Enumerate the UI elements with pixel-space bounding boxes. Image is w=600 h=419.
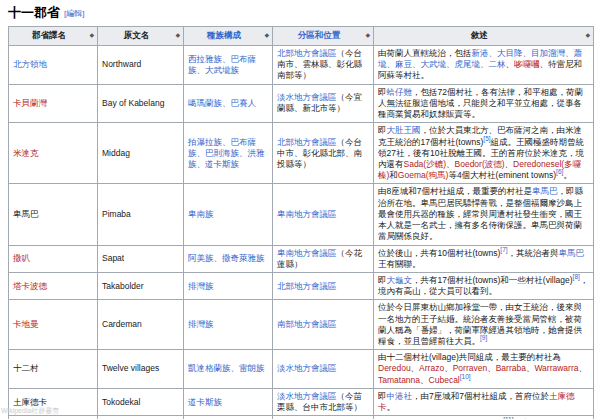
text: 即 [378,275,387,285]
cell-district-location: 北部地方會議區 [273,272,374,299]
text: 由十二個村社(village)共同組成，最主要的村社為 [378,352,561,362]
wiki-link[interactable]: 淡水地方會議區 [277,92,337,102]
cell-description: 由荷蘭人直轄統治，包括新港、大目降、目加溜灣、蕭壠、麻豆、大武壠、虎尾壠、二林、… [374,46,594,85]
wiki-link[interactable]: 道卡斯族 [188,397,222,407]
wiki-redlink[interactable]: 撒叭 [13,253,30,263]
column-header-label: 種族構成 [207,30,241,40]
wiki-redlink[interactable]: 米達克 [13,148,39,158]
wiki-link[interactable]: 大肚王國 [387,125,421,135]
wiki-link[interactable]: 蛤仔難 [387,87,413,97]
text: ，其統治者與 [508,248,559,258]
text: Bay of Kabelang [102,98,164,108]
text: 王有關聯。 [378,259,421,269]
reference-link[interactable]: [10] [460,373,471,380]
cell-description: 即蛤仔難，包括72個村社，各有法律，和平相處，荷蘭人無法征服這個地域，只能與之和… [374,84,594,123]
wiki-redlink[interactable]: Deredou [378,363,411,373]
cell-province-name: 卑馬巴 [9,184,98,245]
reference-link[interactable]: [5] [483,135,490,142]
column-header-3[interactable]: 種族構成◆ [184,27,273,46]
wiki-link[interactable]: 噶瑪蘭族、巴賽人 [188,98,256,108]
wiki-link[interactable]: 卑南族 [188,209,214,219]
table-body: 北方領地Northward西拉雅族、巴布薩族、大武壠族北部地方會議區（今台南市、… [9,46,594,419]
wiki-link[interactable]: 凱達格蘭族、雷朗族 [188,363,265,373]
cell-district-location: 北部地方會議區（今台中市、彰化縣北部、南投縣等） [273,123,374,184]
column-header-2[interactable]: 原文名◆ [98,27,184,46]
wiki-redlink[interactable]: 卡貝蘭灣 [13,98,47,108]
wiki-redlink[interactable]: Goema(狗馬) [398,170,449,180]
sort-icon[interactable]: ◆ [365,32,370,40]
wiki-link[interactable]: 南部地方會議區 [277,319,337,329]
wiki-link[interactable]: 卑馬巴 [559,248,585,258]
edit-link[interactable]: [編輯] [64,9,84,18]
column-header-4[interactable]: 分區和位置◆ [273,27,374,46]
wiki-link[interactable]: 中港社 [387,391,413,401]
text: Northward [102,59,141,69]
wiki-redlink[interactable]: Boedor(波德) [455,159,505,169]
reference-link[interactable]: [9] [480,334,487,341]
wiki-link[interactable]: 北部地方會議區 [277,281,337,291]
wiki-redlink[interactable]: 哆囉嘓 [514,59,540,69]
table-row: 撒叭Sapat阿美族、撒奇萊雅族卑南地方會議區（今花蓮縣）位於後山，共有10個村… [9,245,594,272]
wiki-link[interactable]: 北方領地 [13,59,47,69]
text: 。 [387,402,396,412]
text: Tokodekal [102,397,140,407]
cell-district-location: 淡水地方會議區 [273,350,374,389]
wiki-link[interactable]: 卑馬巴 [532,186,558,196]
wiki-link[interactable]: 淡水地方會議區 [277,391,337,401]
text: 和 [389,170,398,180]
cell-ethnic-composition: 阿美族、撒奇萊雅族 [184,245,273,272]
cell-province-name: 土庫德卡 [9,388,98,415]
wiki-redlink[interactable]: Warrawarra [534,363,578,373]
table-row: 卡地曼Cardeman排灣族南部地方會議區位於今日屏東枋山鄉加祿堂一帶，由女王統… [9,300,594,350]
text: 等4個大村社(eminent towns) [448,170,556,180]
wiki-redlink[interactable]: Cubecal [429,375,460,385]
wiki-link[interactable]: 淡水地方會議區 [277,363,337,373]
cell-original-name: Cardeman [98,300,184,350]
reference-link[interactable]: [8] [573,273,580,280]
reference-link[interactable]: [7] [500,246,507,253]
text: 、 [506,59,515,69]
cell-ethnic-composition: 噶瑪蘭族、巴賽人 [184,84,273,123]
wiki-link[interactable]: 大龜文 [387,275,413,285]
wiki-link[interactable]: 卑南地方會議區 [277,209,337,219]
table-row: 米達克Middag拍瀑拉族、巴布薩族、巴則海族、洪雅族、道卡斯族北部地方會議區（… [9,123,594,184]
text: 、 [578,363,587,373]
column-header-1[interactable]: 郡省譯名◆ [9,27,98,46]
cell-original-name: Sapat [98,245,184,272]
wiki-link[interactable]: 排灣族 [188,319,214,329]
cell-description: 即中港社，由7座城和7個村社組成，首府位於土庫德卡。 [374,388,594,415]
table-row: 十二村Twelve villages凱達格蘭族、雷朗族淡水地方會議區由十二個村社… [9,350,594,389]
sort-icon[interactable]: ◆ [175,32,180,40]
wiki-link[interactable]: 北部地方會議區 [277,137,337,147]
wiki-link[interactable]: 排灣族 [188,281,214,291]
text: 十二村 [13,363,39,373]
text: Cardeman [102,319,142,329]
wiki-redlink[interactable]: Arrazo [419,363,444,373]
cell-original-name: Twelve villages [98,350,184,389]
cell-original-name: Bay of Kabelang [98,84,184,123]
text: 卑馬巴 [13,209,39,219]
cell-description: 即大龜文，共有17個村社(towns)和一些村社(village)[8]，境內有… [374,272,594,299]
wiki-redlink[interactable]: Sada(沙轆) [404,159,447,169]
wiki-redlink[interactable]: 塔卡波德 [13,281,47,291]
section-heading: 十一郡省[編輯] [8,3,600,22]
sort-icon[interactable]: ◆ [585,32,590,40]
text: 、 [420,375,429,385]
wiki-link[interactable]: 阿美族、撒奇萊雅族 [188,253,265,263]
wiki-link[interactable]: 卑南地方會議區 [277,248,337,258]
text: 由荷蘭人直轄統治，包括 [378,48,472,58]
text: Twelve villages [102,363,159,373]
sort-icon[interactable]: ◆ [264,32,269,40]
wiki-redlink[interactable]: Tamatanna [378,375,420,385]
column-header-5[interactable]: 敘述◆ [374,27,594,46]
wiki-link[interactable]: 西拉雅族、巴布薩族、大武壠族 [188,54,256,75]
cell-province-name: 撒叭 [9,245,98,272]
wiki-redlink[interactable]: 卡地曼 [13,319,39,329]
cell-province-name: 北方領地 [9,46,98,85]
table-row: 塔卡波德Takabolder排灣族北部地方會議區即大龜文，共有17個村社(tow… [9,272,594,299]
wiki-link[interactable]: 北部地方會議區 [277,48,337,58]
wiki-link[interactable]: 拍瀑拉族、巴布薩族、巴則海族、洪雅族、道卡斯族 [188,137,265,169]
wiki-redlink[interactable]: Barraba [496,363,526,373]
text: 即 [378,125,387,135]
sort-icon[interactable]: ◆ [89,32,94,40]
